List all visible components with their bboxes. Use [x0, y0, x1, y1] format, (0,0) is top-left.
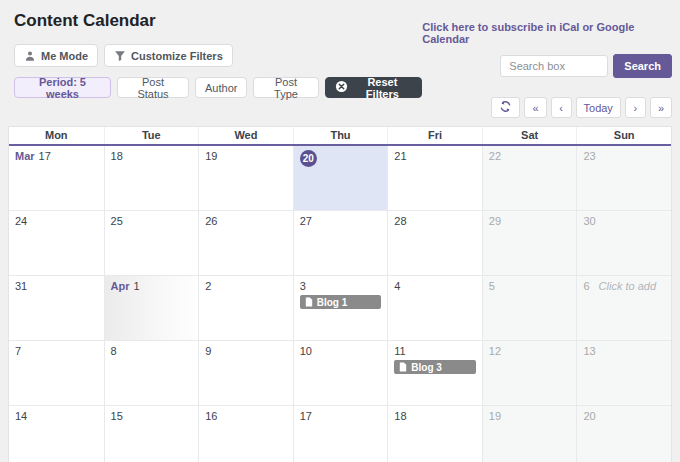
next-page-button[interactable]: › [625, 97, 646, 118]
day-cell-header: 4 [394, 280, 476, 292]
day-number: 9 [205, 345, 211, 357]
calendar-day-cell[interactable]: 23 [576, 146, 671, 211]
post-title: Blog 1 [317, 297, 348, 308]
day-cell-header: 20 [583, 410, 665, 422]
search-input[interactable] [500, 55, 608, 77]
prev-page-button[interactable]: ‹ [551, 97, 572, 118]
day-cell-header: 31 [15, 280, 98, 292]
calendar-day-cell[interactable]: Mar17 [9, 146, 104, 211]
day-cell-header: 29 [489, 215, 571, 227]
calendar-week-row: Mar17181920212223 [9, 146, 671, 211]
me-mode-button[interactable]: Me Mode [14, 44, 98, 67]
day-cell-header: 10 [300, 345, 382, 357]
calendar-week-row: 7891011Blog 31213 [9, 341, 671, 406]
calendar-day-cell[interactable]: 12 [482, 341, 577, 406]
content-calendar-page: Content Calendar Me Mode Customize Filte… [0, 0, 680, 462]
month-label: Apr [111, 280, 130, 292]
first-page-button[interactable]: « [524, 97, 546, 118]
day-number: 15 [111, 410, 123, 422]
document-icon [305, 297, 313, 307]
post-status-filter-chip[interactable]: Post Status [117, 77, 189, 98]
weekday-header: Wed [198, 127, 293, 144]
day-cell-header: 14 [15, 410, 98, 422]
day-cell-header: 19 [205, 150, 287, 162]
weekday-header: Sat [482, 127, 577, 144]
customize-filters-button[interactable]: Customize Filters [104, 44, 233, 67]
post-event-bar[interactable]: Blog 1 [300, 295, 382, 309]
day-cell-header: 20 [300, 150, 382, 167]
calendar-day-cell[interactable]: 5 [482, 276, 577, 341]
day-number: 28 [394, 215, 406, 227]
calendar-day-cell[interactable]: 7 [9, 341, 104, 406]
calendar-day-cell[interactable]: 13 [576, 341, 671, 406]
calendar-day-cell[interactable]: 20 [293, 146, 388, 211]
calendar-day-cell[interactable]: 27 [293, 211, 388, 276]
day-cell-header: 3 [300, 280, 382, 292]
subscribe-link[interactable]: Click here to subscribe in iCal or Googl… [422, 21, 672, 45]
day-number: 24 [15, 215, 27, 227]
calendar-day-cell[interactable]: 21 [387, 146, 482, 211]
calendar-day-cell[interactable]: 17 [293, 406, 388, 462]
weekday-header-row: MonTueWedThuFriSatSun [9, 127, 671, 146]
day-cell-header: 24 [15, 215, 98, 227]
calendar-day-cell[interactable]: 8 [104, 341, 199, 406]
calendar-day-cell[interactable]: 16 [198, 406, 293, 462]
day-number: 22 [489, 150, 501, 162]
day-number: 17 [39, 150, 51, 162]
post-event-bar[interactable]: Blog 3 [394, 360, 476, 374]
day-cell-header: 5 [489, 280, 571, 292]
calendar-day-cell[interactable]: 14 [9, 406, 104, 462]
calendar-day-cell[interactable]: 9 [198, 341, 293, 406]
click-to-add-hint[interactable]: Click to add [599, 280, 656, 292]
day-cell-header: 2 [205, 280, 287, 292]
post-type-filter-chip[interactable]: Post Type [253, 77, 318, 98]
day-number: 27 [300, 215, 312, 227]
weekday-header: Sun [576, 127, 671, 144]
weekday-header: Thu [293, 127, 388, 144]
refresh-button[interactable] [491, 97, 520, 118]
day-number: 21 [394, 150, 406, 162]
day-number: 26 [205, 215, 217, 227]
calendar-day-cell[interactable]: 4 [387, 276, 482, 341]
day-cell-header: 23 [583, 150, 665, 162]
calendar-day-cell[interactable]: 31 [9, 276, 104, 341]
calendar-day-cell[interactable]: 18 [104, 146, 199, 211]
calendar-week-row: 24252627282930 [9, 211, 671, 276]
calendar-day-cell[interactable]: 11Blog 3 [387, 341, 482, 406]
calendar-day-cell[interactable]: 30 [576, 211, 671, 276]
day-cell-header: Mar17 [15, 150, 98, 162]
calendar-day-cell[interactable]: 26 [198, 211, 293, 276]
calendar-day-cell[interactable]: 15 [104, 406, 199, 462]
last-page-button[interactable]: » [650, 97, 672, 118]
calendar-day-cell[interactable]: 22 [482, 146, 577, 211]
search-button[interactable]: Search [613, 54, 672, 78]
calendar-day-cell[interactable]: 19 [482, 406, 577, 462]
day-number: 18 [111, 150, 123, 162]
calendar-day-cell[interactable]: 10 [293, 341, 388, 406]
customize-filters-label: Customize Filters [131, 50, 223, 62]
calendar-day-cell[interactable]: 3Blog 1 [293, 276, 388, 341]
calendar-day-cell[interactable]: 24 [9, 211, 104, 276]
top-right-column: Click here to subscribe in iCal or Googl… [422, 0, 672, 118]
day-cell-header: 17 [300, 410, 382, 422]
day-number: 19 [489, 410, 501, 422]
calendar-day-cell[interactable]: 18 [387, 406, 482, 462]
me-mode-label: Me Mode [41, 50, 88, 62]
reset-filters-button[interactable]: Reset Filters [325, 77, 423, 98]
calendar-day-cell[interactable]: 29 [482, 211, 577, 276]
calendar-day-cell[interactable]: 19 [198, 146, 293, 211]
day-number: 3 [300, 280, 306, 292]
calendar-day-cell[interactable]: 25 [104, 211, 199, 276]
calendar-day-cell[interactable]: Apr1 [104, 276, 199, 341]
today-button[interactable]: Today [576, 97, 621, 118]
calendar-day-cell[interactable]: 2 [198, 276, 293, 341]
top-bar: Content Calendar Me Mode Customize Filte… [8, 0, 672, 118]
calendar-day-cell[interactable]: 6Click to add [576, 276, 671, 341]
calendar-day-cell[interactable]: 28 [387, 211, 482, 276]
day-cell-header: 12 [489, 345, 571, 357]
calendar-day-cell[interactable]: 20 [576, 406, 671, 462]
day-number: 2 [205, 280, 211, 292]
period-filter-chip[interactable]: Period: 5 weeks [14, 77, 111, 98]
day-number: 14 [15, 410, 27, 422]
author-filter-chip[interactable]: Author [195, 77, 247, 98]
